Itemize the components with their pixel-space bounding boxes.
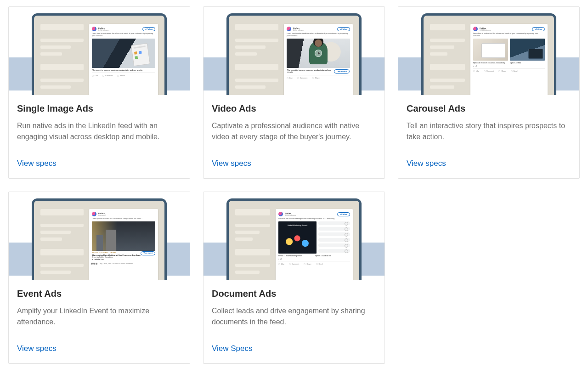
attendee-avatars: Carly Tusca, John Doe and 526 others int…: [92, 262, 155, 265]
follow-pill: + Follow: [337, 27, 350, 31]
view-specs-link[interactable]: View specs: [407, 159, 571, 168]
card-video-ads: FixDex 8,234 followers + Follow Learn ho…: [203, 6, 385, 179]
carousel-thumb-icon: [510, 39, 545, 61]
card-title: Event Ads: [17, 288, 181, 299]
brand-logo-icon: [287, 27, 291, 31]
card-title: Video Ads: [212, 103, 376, 114]
view-specs-link[interactable]: View Specs: [212, 344, 376, 353]
card-title: Carousel Ads: [407, 103, 571, 114]
brand-logo-icon: [92, 212, 96, 216]
card-illustration: FixDex 8,234 followers + Follow Learn ho…: [204, 7, 384, 95]
card-illustration: FixDex 8,234 followers + Follow Learn ho…: [398, 7, 579, 95]
card-event-ads: FixDex Promoted Come join us and hear ou…: [8, 192, 190, 364]
card-description: Captivate a professional audience with n…: [212, 120, 376, 142]
view-specs-link[interactable]: View specs: [17, 344, 181, 353]
play-icon: [315, 50, 322, 57]
carousel-thumb-icon: [473, 39, 508, 61]
card-title: Document Ads: [212, 288, 376, 299]
view-event-pill: View event: [141, 251, 155, 255]
mock-caption: The secret to improve customer productiv…: [92, 68, 155, 73]
mock-actions: Like Comment Share: [92, 73, 155, 77]
learn-more-pill: Learn more: [334, 69, 350, 73]
document-cover-icon: Global Marketing Trends: [278, 221, 317, 254]
card-description: Run native ads in the LinkedIn feed with…: [17, 120, 181, 142]
brand-logo-icon: [278, 212, 283, 216]
card-description: Amplify your LinkedIn Event to maximize …: [17, 305, 181, 328]
view-specs-link[interactable]: View specs: [212, 159, 376, 168]
card-illustration: FixDex Promoted Come join us and hear ou…: [9, 192, 190, 280]
card-description: Collect leads and drive engagement by sh…: [212, 305, 376, 328]
mock-video-post: FixDex 8,234 followers + Follow Learn ho…: [284, 24, 353, 95]
mock-carousel-post: FixDex 8,234 followers + Follow Learn ho…: [470, 24, 548, 95]
mock-copy: Learn how to understand the values and n…: [92, 33, 155, 37]
ad-format-grid: FixDex 8,234 followers + Follow Learn ho…: [8, 6, 580, 364]
brand-logo-icon: [92, 27, 96, 31]
view-specs-link[interactable]: View specs: [17, 159, 181, 168]
mock-document-row: Global Marketing Trends: [278, 221, 350, 254]
card-illustration: FixDex 8,234 followers + Follow Learn ho…: [9, 7, 190, 95]
brand-logo-icon: [473, 27, 478, 31]
card-illustration: FixDex 8,234 followers + Follow Discover…: [204, 192, 384, 280]
mock-event-post: FixDex Promoted Come join us and hear ou…: [89, 209, 158, 280]
mock-image: [92, 39, 155, 68]
mock-video: [287, 39, 350, 68]
card-title: Single Image Ads: [17, 103, 181, 114]
mock-document-post: FixDex 8,234 followers + Follow Discover…: [276, 209, 353, 280]
card-document-ads: FixDex 8,234 followers + Follow Discover…: [203, 192, 385, 364]
follow-pill: + Follow: [337, 212, 350, 216]
follow-pill: + Follow: [142, 27, 155, 31]
card-single-image-ads: FixDex 8,234 followers + Follow Learn ho…: [8, 6, 190, 179]
card-description: Tell an interactive story that inspires …: [407, 120, 571, 142]
mock-carousel-row: Option 1. Improve customer productivity …: [473, 39, 545, 64]
mock-event-image: [92, 221, 155, 251]
card-carousel-ads: FixDex 8,234 followers + Follow Learn ho…: [398, 6, 580, 179]
follow-pill: + Follow: [532, 27, 545, 31]
mock-single-image-post: FixDex 8,234 followers + Follow Learn ho…: [89, 24, 158, 95]
